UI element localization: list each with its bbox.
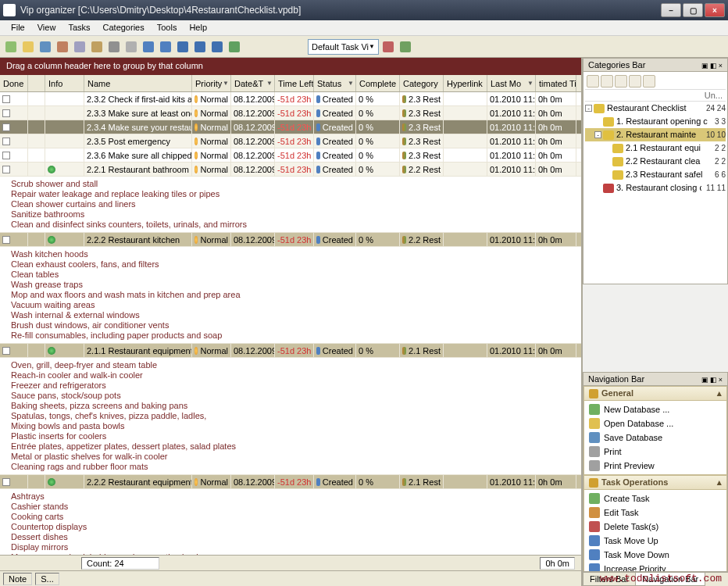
view-combo[interactable]: Default Task Vi▼ bbox=[308, 39, 379, 55]
tree-item[interactable]: 2.3 Restaurant safel6 6 bbox=[585, 168, 726, 181]
panel-pin-icon[interactable]: ▣ bbox=[701, 62, 708, 70]
menu-file[interactable]: File bbox=[5, 20, 31, 35]
nav-section-header[interactable]: General▴ bbox=[583, 386, 727, 401]
tree-item[interactable]: 3. Restaurant closing c11 11 bbox=[585, 181, 726, 195]
nav-item[interactable]: Save Database bbox=[584, 431, 726, 445]
nav-item[interactable]: Create Task bbox=[584, 491, 726, 506]
task-row[interactable]: 2.1.1 Restaurant equipment for Normal08.… bbox=[0, 344, 581, 358]
cat-edit-icon[interactable] bbox=[601, 75, 613, 88]
grid-body: 2.3.2 Check if first-aid kits are Normal… bbox=[0, 92, 581, 555]
nav-item[interactable]: Task Move Down bbox=[584, 548, 726, 562]
cat-up-icon[interactable] bbox=[629, 75, 641, 88]
task-row[interactable]: 2.3.2 Check if first-aid kits are Normal… bbox=[0, 92, 581, 106]
maximize-button[interactable]: ▢ bbox=[683, 3, 703, 17]
tb-up-icon[interactable] bbox=[175, 39, 191, 55]
close-button[interactable]: × bbox=[705, 3, 725, 17]
nav-item[interactable]: Open Database ... bbox=[584, 416, 726, 431]
col-header[interactable] bbox=[28, 75, 45, 91]
categories-panel-title: Categories Bar ▣◧× bbox=[583, 58, 728, 72]
col-header[interactable]: timated Tim bbox=[536, 75, 576, 91]
tb-cut-icon[interactable] bbox=[55, 39, 70, 55]
col-header[interactable]: Status▼ bbox=[314, 75, 356, 91]
tree-item[interactable]: -2. Restaurant mainte10 10 bbox=[585, 128, 726, 141]
menu-tasks[interactable]: Tasks bbox=[62, 20, 96, 35]
panel-opts-icon[interactable]: ◧ bbox=[710, 62, 717, 70]
task-notes: Wash kitchen hoodsClean exhaust coolers,… bbox=[0, 247, 581, 344]
titlebar: Vip organizer [C:\Users\Dmitry\Desktop\4… bbox=[0, 0, 728, 20]
watermark: www.todolistsoft.com bbox=[600, 573, 722, 584]
tree-item[interactable]: 2.2 Restaurant clea2 2 bbox=[585, 155, 726, 168]
nav-pin-icon[interactable]: ▣ bbox=[701, 376, 708, 384]
column-headers: DoneInfoNamePriority▼Date&T▼Time LeftSta… bbox=[0, 75, 581, 92]
task-row[interactable]: 2.2.1 Restaurant bathroom Normal08.12.20… bbox=[0, 163, 581, 177]
nav-section-header[interactable]: Task Operations▴ bbox=[583, 475, 727, 490]
view-combo-label: Default Task Vi bbox=[312, 42, 369, 52]
tb-x-icon[interactable] bbox=[380, 39, 396, 55]
cat-down-icon[interactable] bbox=[643, 75, 655, 88]
nav-section-body: Create TaskEdit TaskDelete Task(s)Task M… bbox=[583, 490, 727, 572]
task-row[interactable]: 2.3.3 Make sure at least one Normal08.12… bbox=[0, 106, 581, 120]
tb-down-icon[interactable] bbox=[192, 39, 208, 55]
panel-close-icon[interactable]: × bbox=[719, 62, 723, 70]
tree-item[interactable]: 2.1 Restaurant equi2 2 bbox=[585, 141, 726, 155]
task-notes: Scrub shower and stallRepair water leaka… bbox=[0, 177, 581, 233]
tb-sync-icon[interactable] bbox=[227, 39, 242, 55]
col-header[interactable]: Name bbox=[84, 75, 192, 91]
task-row[interactable]: 2.3.5 Post emergency Normal08.12.2009-51… bbox=[0, 134, 581, 148]
nav-item[interactable]: Edit Task bbox=[584, 506, 726, 520]
count-box: Count: 24 bbox=[81, 557, 159, 570]
nav-section-body: New Database ...Open Database ...Save Da… bbox=[583, 401, 727, 475]
col-header[interactable]: Time Left bbox=[275, 75, 314, 91]
group-header[interactable]: Drag a column header here to group by th… bbox=[0, 58, 581, 75]
col-header[interactable]: Complete bbox=[356, 75, 400, 91]
nav-item[interactable]: Increase Priority bbox=[584, 562, 726, 572]
nav-close-icon[interactable]: × bbox=[719, 376, 723, 384]
menu-categories[interactable]: Categories bbox=[97, 20, 151, 35]
tree-item[interactable]: -Restaurant Checklist24 24 bbox=[585, 102, 726, 115]
nav-item[interactable]: Delete Task(s) bbox=[584, 520, 726, 534]
tb-print-icon[interactable] bbox=[106, 39, 122, 55]
col-header[interactable]: Info bbox=[45, 75, 84, 91]
col-header[interactable]: Date&T▼ bbox=[231, 75, 275, 91]
status-bar: Note S... bbox=[0, 570, 581, 586]
app-icon bbox=[3, 4, 16, 16]
menu-tools[interactable]: Tools bbox=[151, 20, 184, 35]
nav-opts-icon[interactable]: ◧ bbox=[710, 376, 717, 384]
s-label[interactable]: S... bbox=[35, 573, 59, 585]
menu-view[interactable]: View bbox=[31, 20, 62, 35]
task-row[interactable]: 2.3.4 Make sure your restaurant Normal08… bbox=[0, 120, 581, 134]
task-row[interactable]: 2.2.2 Restaurant equipment for Normal08.… bbox=[0, 475, 581, 489]
col-header[interactable]: Hyperlink bbox=[444, 75, 487, 91]
menu-help[interactable]: Help bbox=[183, 20, 213, 35]
col-header[interactable]: Category bbox=[400, 75, 444, 91]
nav-item[interactable]: New Database ... bbox=[584, 402, 726, 416]
categories-tree: -Restaurant Checklist24 241. Restaurant … bbox=[585, 102, 726, 195]
tb-pp-icon[interactable] bbox=[123, 39, 139, 55]
tb-open-icon[interactable] bbox=[20, 39, 36, 55]
note-label[interactable]: Note bbox=[3, 573, 32, 585]
minimize-button[interactable]: – bbox=[661, 3, 681, 17]
nav-item[interactable]: Print bbox=[584, 445, 726, 459]
tb-inc-icon[interactable] bbox=[209, 39, 225, 55]
tb-new-icon[interactable] bbox=[3, 39, 19, 55]
nav-title-text: Navigation Bar bbox=[588, 374, 644, 384]
tb-apply-icon[interactable] bbox=[398, 39, 413, 55]
nav-panel: General▴New Database ...Open Database ..… bbox=[583, 386, 728, 572]
tree-item[interactable]: 1. Restaurant opening c3 3 bbox=[585, 115, 726, 128]
tb-redo-icon[interactable] bbox=[158, 39, 173, 55]
tb-copy-icon[interactable] bbox=[72, 39, 87, 55]
col-header[interactable]: Priority▼ bbox=[192, 75, 231, 91]
nav-item[interactable]: Task Move Up bbox=[584, 534, 726, 548]
col-header[interactable]: Done bbox=[0, 75, 28, 91]
tb-save-icon[interactable] bbox=[37, 39, 53, 55]
task-row[interactable]: 2.3.6 Make sure all chipped, Normal08.12… bbox=[0, 148, 581, 163]
tb-undo-icon[interactable] bbox=[141, 39, 156, 55]
toolbar: Default Task Vi▼ bbox=[0, 36, 728, 58]
col-header[interactable]: Last Mo▼ bbox=[487, 75, 536, 91]
task-row[interactable]: 2.2.2 Restaurant kitchen Normal08.12.200… bbox=[0, 233, 581, 247]
cat-add-icon[interactable] bbox=[587, 75, 599, 88]
tb-paste-icon[interactable] bbox=[89, 39, 105, 55]
nav-panel-title: Navigation Bar ▣◧× bbox=[583, 372, 728, 386]
cat-del-icon[interactable] bbox=[615, 75, 627, 88]
nav-item[interactable]: Print Preview bbox=[584, 459, 726, 473]
